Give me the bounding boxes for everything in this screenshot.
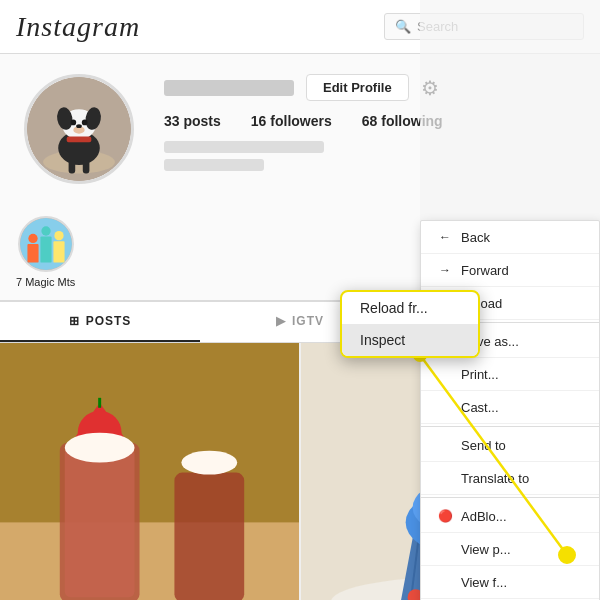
viewp-icon <box>437 541 453 557</box>
svg-rect-10 <box>67 137 92 143</box>
svg-point-17 <box>28 234 37 243</box>
svg-point-9 <box>76 124 82 128</box>
avatar <box>24 74 134 184</box>
inspect-popup: Reload fr... Inspect <box>340 290 480 358</box>
svg-point-6 <box>70 120 76 126</box>
grid-icon: ⊞ <box>69 314 80 328</box>
context-back[interactable]: ← Back <box>421 221 599 254</box>
forward-icon: → <box>437 262 453 278</box>
cast-icon <box>437 399 453 415</box>
popup-inspect[interactable]: Inspect <box>342 324 478 356</box>
search-icon: 🔍 <box>395 19 411 34</box>
svg-rect-16 <box>53 241 64 262</box>
separator-2 <box>421 426 599 427</box>
print-icon <box>437 366 453 382</box>
back-icon: ← <box>437 229 453 245</box>
adblock-icon: 🔴 <box>437 508 453 524</box>
tab-posts[interactable]: ⊞ POSTS <box>0 302 200 342</box>
viewf-icon <box>437 574 453 590</box>
instagram-logo: Instagram <box>16 11 140 43</box>
context-menu[interactable]: ← Back → Forward ↻ Reload Save as... Pri… <box>420 220 600 600</box>
svg-point-18 <box>41 226 50 235</box>
svg-rect-14 <box>27 244 38 263</box>
context-cast[interactable]: Cast... <box>421 391 599 424</box>
svg-point-7 <box>82 120 88 126</box>
send-icon <box>437 437 453 453</box>
svg-rect-29 <box>174 473 244 600</box>
username-placeholder <box>164 80 294 96</box>
photo-cell-1[interactable] <box>0 343 299 600</box>
svg-point-28 <box>65 433 135 463</box>
separator-3 <box>421 497 599 498</box>
context-send[interactable]: Send to <box>421 429 599 462</box>
svg-rect-11 <box>69 160 76 173</box>
story-circle <box>18 216 74 272</box>
context-viewp[interactable]: View p... <box>421 533 599 566</box>
svg-rect-22 <box>0 522 299 600</box>
translate-icon <box>437 470 453 486</box>
bio-placeholder-2 <box>164 159 264 171</box>
avatar-image <box>27 77 131 181</box>
posts-stat: 33 posts <box>164 113 221 129</box>
story-item[interactable]: 7 Magic Mts <box>16 216 75 288</box>
context-viewf[interactable]: View f... <box>421 566 599 599</box>
bio-placeholder <box>164 141 324 153</box>
story-label: 7 Magic Mts <box>16 276 75 288</box>
igtv-icon: ▶ <box>276 314 286 328</box>
svg-point-19 <box>54 231 63 240</box>
svg-rect-24 <box>65 448 135 598</box>
context-translate[interactable]: Translate to <box>421 462 599 495</box>
followers-stat: 16 followers <box>251 113 332 129</box>
popup-reload-fr[interactable]: Reload fr... <box>342 292 478 324</box>
context-print[interactable]: Print... <box>421 358 599 391</box>
edit-profile-button[interactable]: Edit Profile <box>306 74 409 101</box>
context-adblock[interactable]: 🔴 AdBlo... <box>421 500 599 533</box>
context-forward[interactable]: → Forward <box>421 254 599 287</box>
svg-rect-12 <box>83 160 90 173</box>
svg-rect-15 <box>40 237 51 263</box>
svg-point-30 <box>181 451 237 475</box>
